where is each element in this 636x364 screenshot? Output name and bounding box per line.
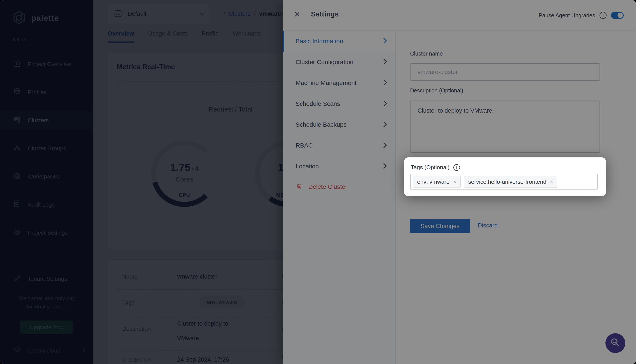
trash-icon (295, 183, 303, 191)
tags-input[interactable]: env: vmware × service:hello-universe-fro… (410, 174, 598, 190)
settings-title: Settings (311, 10, 339, 18)
chevron-right-icon (383, 163, 387, 170)
settings-nav-location[interactable]: Location (283, 156, 395, 177)
toggle-knob (617, 13, 623, 18)
description-label: Description (Optional) (410, 88, 463, 94)
chevron-right-icon (383, 121, 387, 128)
chevron-right-icon (383, 100, 387, 108)
settings-nav-machine-management[interactable]: Machine Management (283, 72, 395, 93)
form-divider (410, 213, 620, 213)
info-icon[interactable]: i (599, 12, 606, 19)
cluster-name-label: Cluster name (410, 50, 443, 57)
remove-tag-icon[interactable]: × (453, 178, 456, 185)
tag-chip-env-vmware: env: vmware × (413, 176, 461, 188)
tag-chip-service-hello-universe-frontend: service:hello-universe-frontend × (464, 176, 557, 188)
chevron-right-icon (383, 142, 387, 149)
search-assist-fab[interactable] (605, 333, 625, 353)
app-screen: palette 4.4.19 Project Overview Profiles… (0, 0, 636, 364)
discard-button[interactable]: Discard (478, 222, 498, 229)
info-icon[interactable]: i (453, 164, 460, 171)
remove-tag-icon[interactable]: × (550, 178, 553, 185)
settings-nav-rbac[interactable]: RBAC (283, 135, 395, 156)
nav-divider (283, 177, 395, 177)
tags-label: Tags (Optional) (411, 164, 449, 171)
settings-nav: Basic Information Cluster Configuration … (283, 31, 396, 364)
pause-agent-upgrades-toggle[interactable] (611, 12, 624, 19)
close-icon[interactable]: × (292, 9, 303, 20)
search-icon (610, 337, 621, 349)
pause-agent-upgrades-label: Pause Agent Upgrades (539, 12, 595, 19)
cluster-name-input[interactable] (410, 63, 600, 81)
settings-nav-schedule-backups[interactable]: Schedule Backups (283, 114, 395, 135)
save-changes-button[interactable]: Save Changes (410, 219, 470, 233)
settings-nav-cluster-configuration[interactable]: Cluster Configuration (283, 52, 395, 72)
chevron-right-icon (383, 38, 387, 45)
description-textarea[interactable]: Cluster to deploy to VMware. (410, 100, 600, 153)
settings-nav-basic-information[interactable]: Basic Information (283, 31, 395, 52)
chevron-right-icon (383, 58, 387, 66)
settings-nav-schedule-scans[interactable]: Schedule Scans (283, 93, 395, 114)
delete-cluster-button[interactable]: Delete Cluster (295, 183, 347, 191)
chevron-right-icon (383, 79, 387, 87)
tags-spotlight-section: Tags (Optional) i env: vmware × service:… (404, 158, 606, 196)
